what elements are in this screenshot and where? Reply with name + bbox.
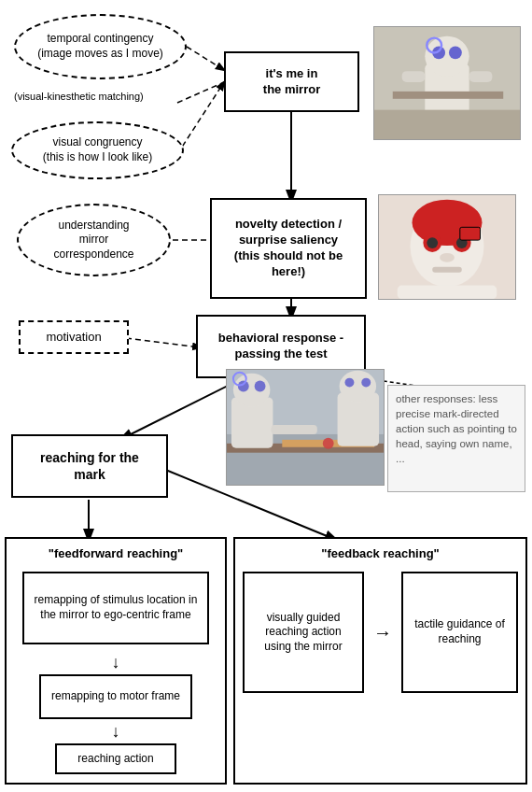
temporal-contingency-label: temporal contingency (image moves as I m…	[37, 32, 163, 61]
visual-congruency-label: visual congruency (this is how I look li…	[43, 135, 152, 164]
svg-rect-36	[460, 227, 481, 240]
motivation-label: motivation	[46, 330, 101, 346]
remapping-stimulus-label: remapping of stimulus location in the mi…	[32, 593, 200, 622]
arrow-down-2: ↓	[12, 723, 219, 740]
svg-point-32	[427, 237, 438, 248]
feedforward-outer-box: "feedforward reaching" remapping of stim…	[5, 537, 227, 785]
understanding-label: understanding mirror correspondence	[53, 219, 133, 262]
reaching-action-box: reaching action	[55, 743, 176, 774]
its-me-label: it's me in the mirror	[263, 66, 320, 98]
svg-line-6	[126, 338, 201, 347]
robot-photo-svg	[227, 369, 384, 486]
other-responses-label: other responses: less precise mark-direc…	[396, 391, 517, 466]
robot-photo-image	[226, 369, 385, 486]
svg-point-19	[425, 36, 469, 77]
remapping-motor-box: remapping to motor frame	[39, 674, 192, 719]
svg-point-52	[361, 378, 371, 388]
svg-point-50	[340, 371, 377, 403]
svg-point-42	[233, 374, 271, 407]
svg-rect-46	[271, 425, 316, 434]
svg-point-43	[238, 381, 249, 392]
feedback-label: "feedback reaching"	[241, 546, 520, 562]
robot-top-svg	[374, 26, 520, 140]
robot-top-image	[373, 26, 521, 140]
svg-point-51	[344, 378, 354, 388]
arrow-right: →	[373, 623, 392, 642]
robot-bottom-image	[378, 194, 516, 300]
svg-point-48	[323, 438, 334, 449]
novelty-box: novelty detection / surprise saliency (t…	[210, 198, 367, 299]
svg-point-34	[440, 253, 455, 262]
reaching-mark-label: reaching for the mark	[40, 449, 139, 483]
feedback-outer-box: "feedback reaching" visually guided reac…	[233, 537, 527, 785]
behavioral-label: behavioral response - passing the test	[218, 331, 343, 362]
reaching-mark-box: reaching for the mark	[11, 434, 168, 498]
arrow-down-1: ↓	[12, 654, 219, 671]
svg-rect-25	[374, 110, 520, 140]
visual-kinesthetic-label: (visual-kinesthetic matching)	[14, 91, 196, 102]
svg-rect-24	[469, 71, 493, 82]
understanding-box: understanding mirror correspondence	[17, 204, 171, 276]
svg-line-7	[121, 378, 243, 439]
its-me-box: it's me in the mirror	[224, 51, 359, 112]
temporal-contingency-box: temporal contingency (image moves as I m…	[14, 14, 187, 79]
tactile-guidance-label: tactile guidance of reaching	[411, 617, 509, 646]
robot-bottom-svg	[379, 194, 515, 300]
svg-rect-23	[402, 71, 426, 82]
other-responses-box: other responses: less precise mark-direc…	[387, 385, 525, 492]
svg-rect-37	[398, 285, 497, 299]
visually-guided-box: visually guided reaching action using th…	[243, 572, 364, 693]
reaching-action-label: reaching action	[77, 752, 153, 767]
visually-guided-label: visually guided reaching action using th…	[252, 611, 355, 655]
feedforward-label: "feedforward reaching"	[12, 546, 219, 562]
motivation-box: motivation	[19, 320, 129, 354]
svg-line-0	[187, 47, 224, 70]
novelty-label: novelty detection / surprise saliency (t…	[234, 217, 343, 280]
diagram: temporal contingency (image moves as I m…	[0, 0, 532, 792]
tactile-guidance-box: tactile guidance of reaching	[401, 572, 518, 693]
visual-congruency-box: visual congruency (this is how I look li…	[11, 121, 184, 179]
remapping-stimulus-box: remapping of stimulus location in the mi…	[22, 572, 209, 644]
svg-point-44	[255, 381, 266, 392]
remapping-motor-label: remapping to motor frame	[51, 689, 180, 704]
svg-point-21	[449, 47, 462, 60]
svg-rect-35	[432, 267, 462, 273]
svg-rect-26	[393, 92, 503, 99]
